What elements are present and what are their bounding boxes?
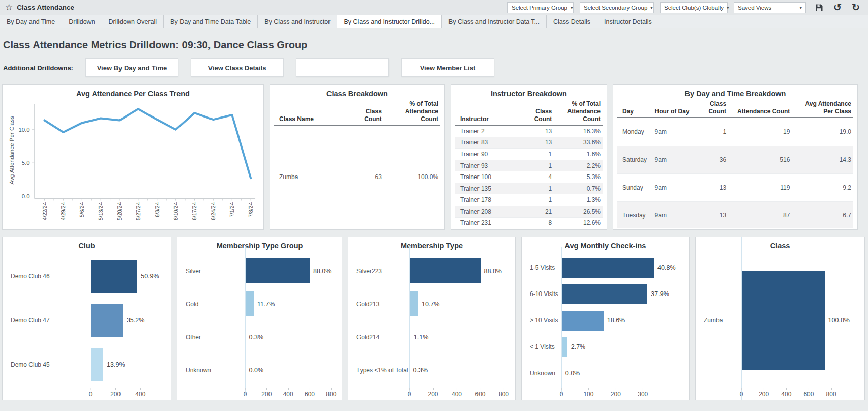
bar-value-label: 88.0%	[484, 268, 502, 275]
bar-track: 1.1%	[409, 320, 511, 354]
table-row[interactable]: Trainer 231812.6%	[455, 217, 603, 228]
column-header[interactable]: Day	[617, 100, 653, 118]
table-row[interactable]: Trainer 9011.6%	[455, 149, 603, 160]
axis-label: 5/20/24	[116, 202, 123, 220]
panel-club: Club Demo Club 4650.9%Demo Club 4735.2%D…	[2, 237, 171, 400]
membership-type-bar-chart: Silver22388.0%Gold21310.7%Gold2141.1%Typ…	[348, 250, 515, 400]
x-axis: 0200400	[91, 388, 167, 399]
select-clubs-globally-label: Select Club(s) Globally	[664, 5, 724, 11]
bar-track: 88.0%	[245, 254, 338, 287]
view-class-details-button[interactable]: View Class Details	[191, 58, 284, 77]
table-row[interactable]: Tuesday9am13876.7	[617, 201, 853, 228]
club-bar-chart: Demo Club 4650.9%Demo Club 4735.2%Demo C…	[3, 250, 171, 400]
saved-views-select[interactable]: Saved Views ▾	[734, 2, 806, 13]
empty-drilldown-button[interactable]	[296, 58, 389, 77]
bar[interactable]	[245, 358, 246, 383]
class-breakdown-table: Class NameClass Count% of Total Attendan…	[270, 98, 444, 229]
axis-label: 7/1/24	[229, 202, 235, 217]
select-primary-group[interactable]: Select Primary Group ▾	[507, 2, 574, 13]
x-axis-tick: 400	[135, 388, 145, 398]
bar-value-label: 40.8%	[657, 264, 675, 271]
tab-by-day-and-time[interactable]: By Day and Time	[0, 15, 62, 28]
bar-track: 35.2%	[91, 299, 167, 343]
select-secondary-group-label: Select Secondary Group	[584, 5, 647, 11]
bar[interactable]	[561, 284, 647, 304]
panel-title: Club	[6, 242, 168, 250]
panel-membership-type-group: Membership Type Group Silver88.0%Gold11.…	[177, 237, 342, 400]
bar[interactable]	[741, 271, 825, 370]
tab-by-class-and-instructor[interactable]: By Class and Instructor	[258, 15, 337, 28]
table-row[interactable]: Trainer 17811.3%	[455, 194, 603, 206]
table-row[interactable]: Trainer 9312.2%	[455, 160, 603, 171]
bar[interactable]	[561, 258, 654, 278]
column-header[interactable]: Instructor	[455, 100, 522, 125]
bar[interactable]	[245, 258, 310, 283]
bar[interactable]	[561, 337, 567, 357]
save-icon[interactable]	[812, 2, 826, 14]
bar-track: 0.3%	[245, 320, 338, 354]
select-clubs-globally[interactable]: Select Club(s) Globally ▾	[660, 2, 728, 13]
favorite-star-icon[interactable]: ☆	[5, 3, 13, 12]
table-row[interactable]: Trainer 10045.3%	[455, 171, 603, 183]
column-header[interactable]: Hour of Day	[653, 100, 698, 118]
view-member-list-button[interactable]: View Member List	[401, 58, 494, 77]
x-axis: 0200400600800	[741, 388, 860, 399]
x-axis-tick: 600	[475, 388, 486, 398]
column-header[interactable]: Class Count	[522, 100, 554, 125]
tab-instructor-details[interactable]: Instructor Details	[597, 15, 659, 28]
table-row[interactable]: Saturday9am3651614.3	[617, 146, 853, 174]
x-axis-tick: 200	[428, 388, 438, 398]
table-row[interactable]: Zumba63100.0%	[274, 125, 440, 228]
table-row[interactable]: Trainer 13510.7%	[455, 183, 603, 194]
x-axis-tick: 800	[499, 388, 509, 398]
tab-by-class-and-instructor-drilldo[interactable]: By Class and Instructor Drilldo...	[337, 15, 442, 28]
tab-class-details[interactable]: Class Details	[547, 15, 597, 28]
bar[interactable]	[561, 311, 604, 331]
view-by-day-and-time-button[interactable]: View By Day and Time	[85, 58, 178, 77]
bar[interactable]	[91, 260, 137, 293]
select-secondary-group[interactable]: Select Secondary Group ▾	[580, 2, 654, 13]
tab-drilldown[interactable]: Drilldown	[62, 15, 102, 28]
axis-label: 5.0	[22, 160, 30, 166]
column-header[interactable]: Class Count	[347, 100, 384, 125]
x-axis-tick: 100	[583, 388, 593, 398]
trend-line[interactable]	[45, 109, 251, 178]
tab-drilldown-overall[interactable]: Drilldown Overall	[102, 15, 164, 28]
table-row[interactable]: Trainer 21316.3%	[455, 125, 603, 137]
column-header[interactable]: Class Count	[698, 100, 728, 118]
saved-views-label: Saved Views	[738, 5, 771, 11]
table-row[interactable]: Trainer 831333.6%	[455, 137, 603, 149]
bar-track: 100.0%	[741, 254, 860, 387]
bar[interactable]	[245, 291, 254, 316]
bar[interactable]	[91, 304, 123, 337]
column-header[interactable]: % of Total Attendance Count	[554, 100, 603, 125]
bar-category-label: Demo Club 46	[7, 273, 91, 280]
bar-category-label: Types <1% of Total	[352, 367, 409, 374]
x-axis-tick: 200	[759, 388, 769, 398]
table-row[interactable]: Sunday9am131199.2	[617, 174, 853, 202]
undo-icon[interactable]: ↺	[830, 2, 845, 14]
bar[interactable]	[409, 358, 410, 383]
x-axis-tick: 0	[560, 388, 563, 398]
axis-label: 6/3/24	[154, 202, 160, 217]
tab-by-class-and-instructor-data-t[interactable]: By Class and Instructor Data T...	[442, 15, 547, 28]
x-axis-tick: 400	[781, 388, 791, 398]
bar[interactable]	[91, 348, 103, 381]
column-header[interactable]: Avg Attendance Per Class	[792, 100, 853, 118]
column-header[interactable]: % of Total Attendance Count	[384, 100, 440, 125]
bar[interactable]	[409, 258, 481, 283]
x-axis-tick: 200	[110, 388, 121, 398]
table-row[interactable]: Trainer 2082126.5%	[455, 206, 603, 218]
bar-value-label: 0.0%	[249, 367, 264, 374]
bar-row: Types <1% of Total0.3%	[352, 354, 511, 387]
bar[interactable]	[561, 364, 562, 384]
tab-by-day-and-time-data-table[interactable]: By Day and Time Data Table	[164, 15, 258, 28]
column-header[interactable]: Class Name	[274, 100, 347, 125]
table-row[interactable]: Monday9am11919.0	[617, 118, 853, 146]
refresh-icon[interactable]: ↻	[849, 2, 863, 14]
column-header[interactable]: Attendance Count	[728, 100, 792, 118]
bar-value-label: 2.7%	[571, 343, 586, 350]
additional-drilldowns-row: Additional Drilldowns: View By Day and T…	[0, 58, 868, 84]
bar[interactable]	[409, 291, 418, 316]
class-bar-chart: Zumba100.0%0200400600800	[696, 250, 864, 400]
